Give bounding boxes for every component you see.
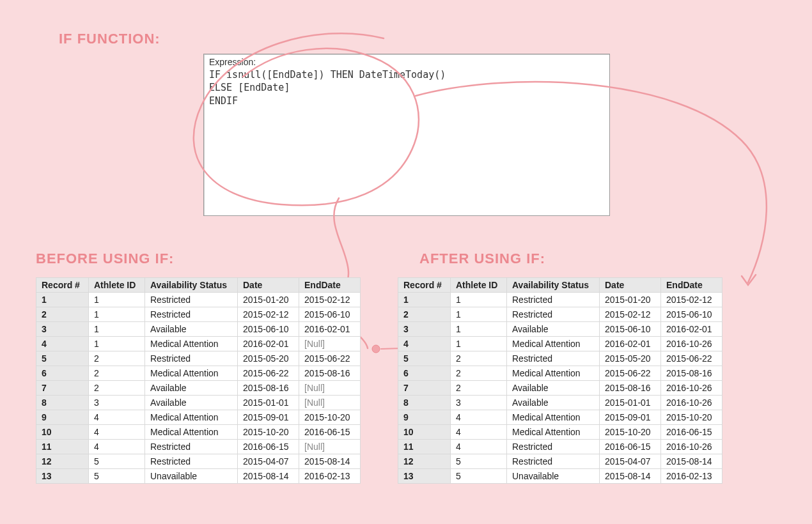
table-cell: 2015-10-20 bbox=[600, 425, 661, 440]
table-cell: 2015-02-12 bbox=[661, 293, 722, 307]
after-table: Record # Athlete ID Availability Status … bbox=[398, 277, 722, 484]
table-row: 11Restricted2015-01-202015-02-12 bbox=[398, 293, 722, 307]
table-cell: 2015-08-14 bbox=[299, 454, 361, 469]
table-cell: 2 bbox=[89, 366, 145, 381]
table-cell: 4 bbox=[89, 440, 145, 454]
table-cell: 2015-02-12 bbox=[600, 307, 661, 322]
table-cell: Medical Attention bbox=[145, 366, 238, 381]
col-enddate: EndDate bbox=[661, 278, 722, 293]
col-athlete: Athlete ID bbox=[89, 278, 145, 293]
table-cell: Medical Attention bbox=[507, 337, 600, 351]
table-row: 62Medical Attention2015-06-222015-08-16 bbox=[36, 366, 361, 381]
table-row: 114Restricted2016-06-15[Null] bbox=[36, 440, 361, 454]
table-cell: 11 bbox=[36, 440, 89, 454]
table-cell: 2015-06-10 bbox=[600, 322, 661, 337]
table-cell: 2015-06-10 bbox=[661, 307, 722, 322]
table-cell: 2 bbox=[89, 381, 145, 396]
table-cell: Unavailable bbox=[145, 469, 238, 484]
table-cell: Restricted bbox=[145, 307, 238, 322]
table-cell: Restricted bbox=[145, 440, 238, 454]
heading-before: BEFORE USING IF: bbox=[36, 250, 174, 267]
table-cell: Available bbox=[145, 381, 238, 396]
table-cell: 2015-08-14 bbox=[600, 469, 661, 484]
table-cell: 9 bbox=[398, 410, 451, 425]
table-cell: 1 bbox=[451, 293, 507, 307]
table-row: 41Medical Attention2016-02-012016-10-26 bbox=[398, 337, 722, 351]
table-cell: 2015-10-20 bbox=[238, 425, 299, 440]
table-cell: 2016-10-26 bbox=[661, 440, 722, 454]
table-cell: 4 bbox=[451, 425, 507, 440]
table-cell: Medical Attention bbox=[145, 410, 238, 425]
table-cell: 13 bbox=[36, 469, 89, 484]
table-cell: 1 bbox=[451, 307, 507, 322]
table-cell: 2016-06-15 bbox=[238, 440, 299, 454]
table-cell: 3 bbox=[36, 322, 89, 337]
table-cell: 5 bbox=[89, 454, 145, 469]
table-cell: 9 bbox=[36, 410, 89, 425]
table-cell: 2015-02-12 bbox=[238, 307, 299, 322]
table-cell: 2015-01-20 bbox=[238, 293, 299, 307]
table-cell: 8 bbox=[36, 396, 89, 410]
table-cell: 5 bbox=[36, 351, 89, 366]
table-row: 83Available2015-01-01[Null] bbox=[36, 396, 361, 410]
table-cell: 2016-02-13 bbox=[661, 469, 722, 484]
table-row: 52Restricted2015-05-202015-06-22 bbox=[36, 351, 361, 366]
table-cell: Restricted bbox=[145, 351, 238, 366]
table-cell: 2015-01-01 bbox=[600, 396, 661, 410]
table-cell: 2016-10-26 bbox=[661, 396, 722, 410]
table-cell: 2016-06-15 bbox=[661, 425, 722, 440]
col-status: Availability Status bbox=[507, 278, 600, 293]
table-cell: Restricted bbox=[507, 454, 600, 469]
expression-line-3: ENDIF bbox=[209, 95, 238, 107]
table-cell: 2016-02-01 bbox=[299, 322, 361, 337]
table-cell: 2016-06-15 bbox=[299, 425, 361, 440]
table-cell: 4 bbox=[398, 337, 451, 351]
expression-line-2: ELSE [EndDate] bbox=[209, 82, 290, 93]
table-cell: 5 bbox=[451, 454, 507, 469]
table-cell: 10 bbox=[36, 425, 89, 440]
table-cell: [Null] bbox=[299, 337, 361, 351]
table-cell: 4 bbox=[451, 410, 507, 425]
table-cell: [Null] bbox=[299, 440, 361, 454]
col-date: Date bbox=[238, 278, 299, 293]
table-row: 62Medical Attention2015-06-222015-08-16 bbox=[398, 366, 722, 381]
table-cell: 2015-08-14 bbox=[661, 454, 722, 469]
table-cell: Available bbox=[507, 381, 600, 396]
table-cell: Restricted bbox=[145, 454, 238, 469]
heading-after: AFTER USING IF: bbox=[419, 250, 545, 267]
col-status: Availability Status bbox=[145, 278, 238, 293]
table-cell: 13 bbox=[398, 469, 451, 484]
table-cell: 4 bbox=[36, 337, 89, 351]
table-cell: 2016-02-01 bbox=[600, 337, 661, 351]
table-cell: 2015-05-20 bbox=[238, 351, 299, 366]
table-cell: Unavailable bbox=[507, 469, 600, 484]
table-cell: 2015-04-07 bbox=[600, 454, 661, 469]
table-cell: 1 bbox=[89, 322, 145, 337]
heading-if-function: IF FUNCTION: bbox=[59, 31, 160, 47]
table-cell: 2015-06-22 bbox=[661, 351, 722, 366]
before-table: Record # Athlete ID Availability Status … bbox=[36, 277, 361, 484]
table-cell: 2016-02-01 bbox=[661, 322, 722, 337]
table-cell: Restricted bbox=[507, 307, 600, 322]
table-row: 11Restricted2015-01-202015-02-12 bbox=[36, 293, 361, 307]
table-cell: 3 bbox=[89, 396, 145, 410]
table-row: 104Medical Attention2015-10-202016-06-15 bbox=[398, 425, 722, 440]
table-cell: 2 bbox=[398, 307, 451, 322]
table-cell: 2 bbox=[451, 381, 507, 396]
table-cell: Medical Attention bbox=[145, 425, 238, 440]
table-cell: 5 bbox=[451, 469, 507, 484]
table-row: 125Restricted2015-04-072015-08-14 bbox=[398, 454, 722, 469]
table-cell: Restricted bbox=[507, 293, 600, 307]
table-cell: 1 bbox=[398, 293, 451, 307]
col-record: Record # bbox=[398, 278, 451, 293]
table-cell: Medical Attention bbox=[507, 366, 600, 381]
table-cell: 3 bbox=[398, 322, 451, 337]
table-cell: 2016-02-01 bbox=[238, 337, 299, 351]
table-cell: 1 bbox=[89, 293, 145, 307]
table-cell: 1 bbox=[451, 337, 507, 351]
table-cell: 2016-02-13 bbox=[299, 469, 361, 484]
table-row: 114Restricted2016-06-152016-10-26 bbox=[398, 440, 722, 454]
table-cell: Available bbox=[507, 396, 600, 410]
table-row: 31Available2015-06-102016-02-01 bbox=[36, 322, 361, 337]
table-cell: 2016-10-26 bbox=[661, 381, 722, 396]
